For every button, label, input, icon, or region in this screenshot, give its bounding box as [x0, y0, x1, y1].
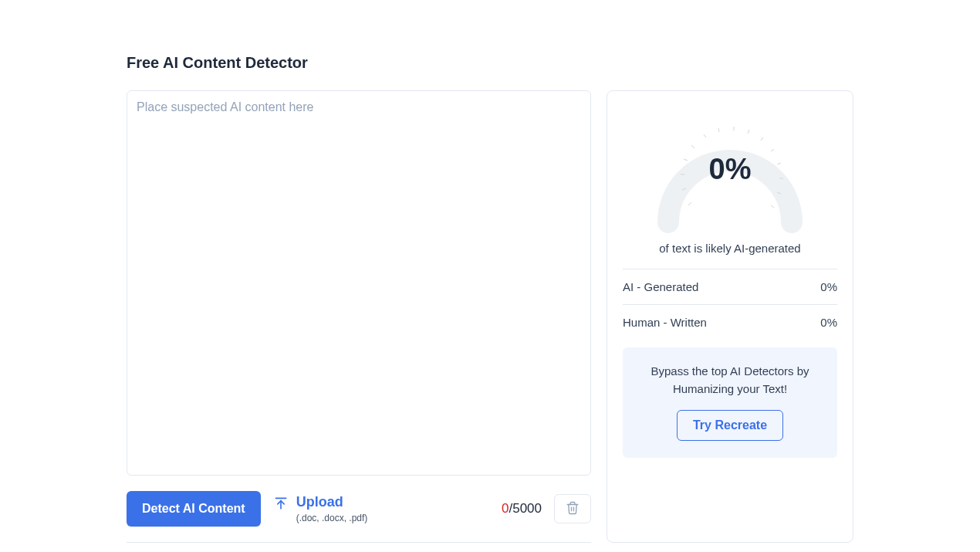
ai-generated-row: AI - Generated 0% — [623, 269, 837, 304]
gauge-value: 0% — [709, 153, 752, 186]
human-written-label: Human - Written — [623, 316, 707, 329]
content-input[interactable] — [127, 90, 591, 476]
trash-icon — [566, 501, 580, 517]
svg-line-7 — [704, 134, 706, 137]
svg-line-12 — [771, 149, 774, 151]
ai-generated-label: AI - Generated — [623, 280, 698, 293]
svg-line-5 — [684, 159, 688, 161]
main-container: Detect AI Content Upload (.doc, .docx, .… — [127, 90, 853, 543]
page-title: Free AI Content Detector — [127, 54, 853, 72]
svg-line-16 — [771, 205, 774, 208]
svg-line-2 — [688, 202, 691, 205]
char-max: 5000 — [512, 501, 542, 516]
upload-icon — [273, 496, 289, 511]
ai-generated-value: 0% — [820, 280, 837, 293]
upload-button[interactable]: Upload (.doc, .docx, .pdf) — [273, 494, 368, 523]
char-counter: 0/5000 — [502, 501, 542, 516]
toolbar: Detect AI Content Upload (.doc, .docx, .… — [127, 491, 591, 543]
result-panel: 0% of text is likely AI-generated AI - G… — [607, 90, 853, 543]
input-panel: Detect AI Content Upload (.doc, .docx, .… — [127, 90, 591, 543]
svg-line-6 — [691, 145, 694, 148]
try-recreate-button[interactable]: Try Recreate — [677, 410, 783, 441]
detect-button[interactable]: Detect AI Content — [127, 491, 261, 527]
clear-button[interactable] — [554, 494, 591, 523]
cta-box: Bypass the top AI Detectors by Humanizin… — [623, 347, 837, 458]
gauge-caption: of text is likely AI-generated — [659, 242, 800, 255]
gauge: 0% — [653, 107, 807, 234]
svg-line-13 — [777, 163, 781, 164]
cta-text: Bypass the top AI Detectors by Humanizin… — [635, 363, 825, 398]
human-written-value: 0% — [820, 316, 837, 329]
human-written-row: Human - Written 0% — [623, 304, 837, 340]
svg-line-11 — [761, 137, 763, 141]
upload-label: Upload — [296, 494, 368, 511]
upload-formats: (.doc, .docx, .pdf) — [296, 513, 368, 523]
svg-line-8 — [718, 128, 719, 132]
svg-line-10 — [748, 130, 749, 134]
